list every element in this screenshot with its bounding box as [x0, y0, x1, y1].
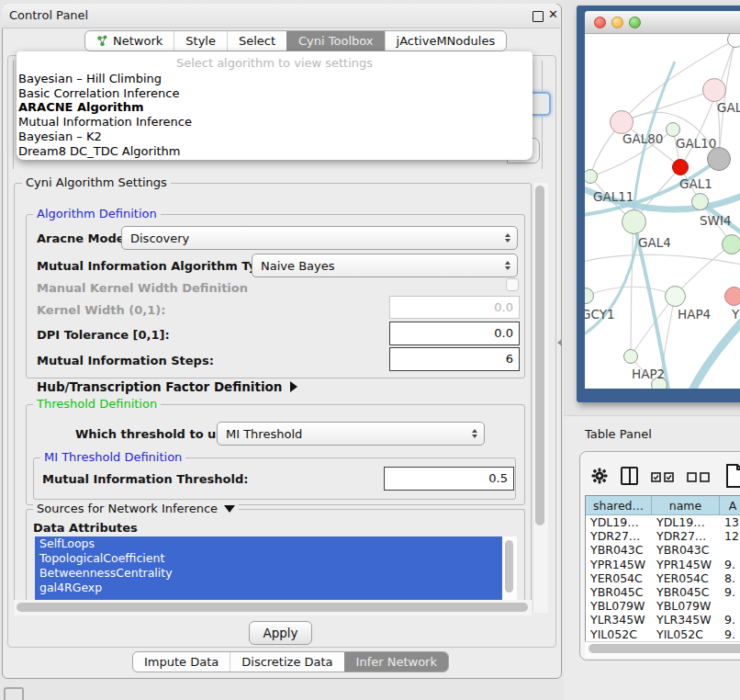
tab-discretize-data[interactable]: Discretize Data	[230, 652, 343, 672]
expanded-arrow-icon	[224, 505, 235, 513]
mi-steps-field[interactable]: 6	[389, 347, 520, 371]
tab-jactivemnodules[interactable]: jActiveMNodules	[385, 31, 507, 51]
sources-title: Sources for Network Inference	[37, 502, 218, 515]
mi-type-value: Naive Bayes	[261, 259, 334, 273]
column-header[interactable]: shared…	[586, 496, 652, 515]
algorithm-definition-title: Algorithm Definition	[33, 208, 161, 220]
attribute-item-selected[interactable]: SelfLoops	[35, 536, 517, 551]
table-row[interactable]: YER054CYER054C8.	[586, 571, 740, 585]
select-all-columns-icon[interactable]	[651, 472, 674, 482]
table-hscrollbar-thumb[interactable]	[589, 644, 740, 653]
aracne-mode-combo[interactable]: Discovery	[121, 226, 518, 250]
tab-network[interactable]: Network	[85, 31, 174, 51]
new-table-icon[interactable]	[725, 463, 740, 492]
network-canvas[interactable]: GAL GAL80 GAL10 GAL1 GAL11 SWI4 GAL4 GCY…	[585, 34, 740, 389]
cyni-mode-tabbar: Impute Data Discretize Data Infer Networ…	[132, 651, 449, 672]
mi-type-combo[interactable]: Naive Bayes	[252, 254, 518, 277]
algorithm-dropdown-list: Select algorithm to view settings Bayesi…	[17, 51, 533, 160]
table-row[interactable]: YPR145WYPR145W9.	[586, 558, 740, 571]
algorithm-option[interactable]: Dream8 DC_TDC Algorithm	[17, 144, 533, 159]
column-header[interactable]: name	[652, 496, 720, 515]
panel-divider-handle-icon[interactable]	[557, 339, 562, 346]
algorithm-option[interactable]: Mutual Information Inference	[17, 115, 533, 130]
float-window-icon[interactable]	[533, 11, 544, 22]
network-node[interactable]	[722, 234, 740, 254]
apply-button[interactable]: Apply	[249, 621, 312, 645]
table-row[interactable]: YIL052CYIL052C9.	[586, 627, 740, 641]
hub-definition-label: Hub/Transcription Factor Definition	[37, 379, 282, 394]
network-tab-icon	[96, 35, 108, 47]
stepper-arrows-icon	[505, 233, 510, 243]
network-node[interactable]	[727, 34, 740, 48]
network-node-gal4[interactable]	[622, 209, 646, 234]
aracne-mode-label: Aracne Mode:	[37, 231, 129, 245]
table-row[interactable]: YBL079WYBL079W	[586, 599, 740, 613]
control-panel-tabbar: Network Style Select Cyni Toolbox jActiv…	[84, 30, 507, 51]
network-node-hap2[interactable]	[623, 349, 638, 364]
data-attributes-label: Data Attributes	[33, 521, 138, 535]
which-threshold-combo[interactable]: MI Threshold	[217, 422, 485, 446]
network-window-titlebar[interactable]	[585, 11, 740, 34]
column-header[interactable]: A	[720, 496, 740, 515]
stepper-arrows-icon	[505, 261, 510, 271]
attribute-item-selected[interactable]: gal4RGexp	[35, 581, 517, 595]
close-window-icon[interactable]: ✕	[548, 7, 558, 21]
network-node[interactable]	[702, 78, 726, 102]
node-label: GAL10	[676, 136, 716, 151]
data-attributes-list[interactable]: SelfLoops TopologicalCoefficient Between…	[35, 536, 517, 601]
dpi-tolerance-field[interactable]: 0.0	[389, 322, 520, 345]
node-label: GAL11	[593, 189, 633, 204]
kernel-width-field[interactable]: 0.0	[389, 296, 520, 319]
network-node-hap4[interactable]	[665, 286, 686, 307]
settings-group-title: Cyni Algorithm Settings	[22, 176, 171, 189]
node-label: GAL1	[679, 176, 712, 191]
close-traffic-light-icon[interactable]	[594, 17, 606, 28]
table-row[interactable]: YDL19…YDL19…13	[586, 515, 740, 529]
settings-vscrollbar-thumb[interactable]	[535, 186, 544, 525]
tab-impute-data[interactable]: Impute Data	[133, 652, 230, 672]
table-row[interactable]: YLR345WYLR345W9.	[586, 613, 740, 627]
hub-definition-toggle[interactable]: Hub/Transcription Factor Definition	[37, 379, 297, 394]
minimize-traffic-light-icon[interactable]	[611, 17, 623, 28]
attribute-item-selected[interactable]: BetweennessCentrality	[35, 566, 517, 581]
node-table: shared… name A YDL19…YDL19…13 YDR27…YDR2…	[585, 495, 740, 644]
algorithm-option[interactable]: Bayesian – K2	[17, 130, 533, 144]
attribute-list-scrollbar-thumb[interactable]	[505, 540, 513, 593]
mi-steps-label: Mutual Information Steps:	[37, 354, 214, 367]
table-row[interactable]: YDR27…YDR27…12	[586, 529, 740, 543]
table-header-row: shared… name A	[586, 496, 740, 515]
mi-threshold-definition-title: MI Threshold Definition	[40, 451, 185, 464]
apply-button-label: Apply	[263, 626, 297, 640]
control-panel-title: Control Panel	[9, 8, 88, 22]
attribute-item-selected[interactable]: TopologicalCoefficient	[35, 551, 517, 566]
tab-infer-network[interactable]: Infer Network	[344, 652, 448, 672]
tab-style[interactable]: Style	[174, 31, 227, 51]
algorithm-option[interactable]: Bayesian – Hill Climbing	[17, 72, 533, 86]
network-node-gal10[interactable]	[666, 122, 680, 137]
stepper-arrows-icon	[472, 429, 477, 439]
mi-threshold-field[interactable]: 0.5	[384, 467, 514, 491]
dpi-tolerance-label: DPI Tolerance [0,1]:	[37, 328, 170, 342]
node-label: HAP4	[678, 307, 711, 322]
tab-cyni-toolbox[interactable]: Cyni Toolbox	[286, 31, 385, 51]
threshold-definition-title: Threshold Definition	[33, 398, 161, 411]
gear-icon[interactable]	[591, 468, 608, 488]
which-threshold-value: MI Threshold	[226, 427, 302, 441]
collapsed-arrow-icon	[290, 381, 297, 392]
network-node[interactable]	[724, 287, 740, 306]
split-columns-icon[interactable]	[621, 467, 638, 485]
network-node-gal1[interactable]	[691, 193, 709, 210]
table-row[interactable]: YBR045CYBR045C9.	[586, 585, 740, 599]
sources-toggle[interactable]: Sources for Network Inference	[33, 502, 239, 515]
restore-panel-button[interactable]	[4, 687, 24, 700]
tab-select[interactable]: Select	[227, 31, 286, 51]
which-threshold-label: Which threshold to use:	[75, 427, 236, 441]
zoom-traffic-light-icon[interactable]	[629, 17, 641, 28]
manual-kernel-checkbox[interactable]	[506, 278, 519, 291]
deselect-all-columns-icon[interactable]	[687, 472, 710, 482]
algorithm-option-selected[interactable]: ARACNE Algorithm	[17, 100, 533, 115]
algorithm-option[interactable]: Basic Correlation Inference	[17, 86, 533, 101]
settings-hscrollbar-thumb[interactable]	[17, 603, 528, 612]
network-node-selected-red[interactable]	[672, 159, 689, 175]
table-row[interactable]: YBR043CYBR043C	[586, 543, 740, 557]
